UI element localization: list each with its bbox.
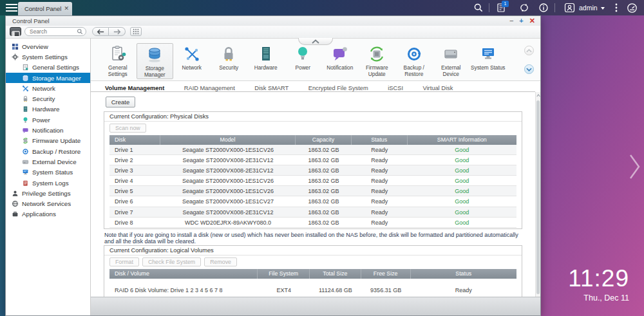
window-titlebar[interactable]: Control Panel – + ✕ xyxy=(6,16,540,26)
ribbon-item-notification[interactable]: Notification xyxy=(321,43,359,79)
user-avatar-icon[interactable] xyxy=(564,3,574,13)
main-menu-icon[interactable] xyxy=(6,4,17,12)
sidebar-item-system-logs[interactable]: System Logs xyxy=(6,178,90,188)
sidebar-toggle-button[interactable] xyxy=(10,27,21,36)
dashboard-icon[interactable] xyxy=(627,3,637,13)
minimize-button[interactable]: – xyxy=(509,17,513,25)
back-button[interactable] xyxy=(92,27,109,36)
window-toolbar xyxy=(6,26,540,38)
ribbon-item-external-device[interactable]: External Device xyxy=(433,43,470,79)
close-button[interactable]: ✕ xyxy=(529,17,535,25)
scrollbar-thumb[interactable] xyxy=(536,100,540,294)
sidebar-item-general-settings[interactable]: General Settings xyxy=(6,62,90,73)
table-row[interactable]: Drive 5 Seagate ST2000VX000-1ES1CV26 186… xyxy=(109,186,516,196)
view-all-grid-icon[interactable] xyxy=(130,27,142,36)
notification-icon xyxy=(22,127,29,134)
table-row[interactable]: Drive 2 Seagate ST2000VX008-2E31CV12 186… xyxy=(109,155,516,165)
table-row[interactable]: RAID 6 Disk Volume: Drive 1 2 3 4 5 6 7 … xyxy=(109,285,516,295)
ribbon-item-general-settings[interactable]: General Settings xyxy=(99,43,137,79)
global-search-icon[interactable] xyxy=(473,3,484,13)
physical-disks-table-header: Disk Model Capacity Status SMART Informa… xyxy=(109,135,516,145)
cell-capacity: 1863.02 GB xyxy=(296,155,352,165)
table-row[interactable]: Drive 4 Seagate ST2000VX000-1ES1CV26 186… xyxy=(109,176,516,186)
sidebar-item-security[interactable]: Security xyxy=(6,93,90,104)
background-tasks-icon[interactable] xyxy=(519,3,529,13)
more-options-icon[interactable] xyxy=(611,3,621,13)
ribbon-item-power[interactable]: Power xyxy=(285,43,322,79)
maximize-button[interactable]: + xyxy=(519,17,523,25)
sidebar-item-label: Notification xyxy=(32,127,63,134)
search-input[interactable] xyxy=(30,28,77,35)
sidebar-item-system-status[interactable]: System Status xyxy=(6,167,90,178)
table-row[interactable]: Drive 8 WDC WD20EJRX-89AKWY080.0 1863.02… xyxy=(109,218,516,228)
tab-disk-smart[interactable]: Disk SMART xyxy=(254,83,289,93)
sidebar-item-network-services[interactable]: Network Services xyxy=(6,198,90,209)
ribbon-item-label: Notification xyxy=(321,65,359,71)
sidebar-item-hardware[interactable]: Hardware xyxy=(6,104,90,115)
ribbon-item-network[interactable]: Network xyxy=(173,43,211,79)
search-field[interactable] xyxy=(24,27,86,36)
sidebar-item-overview[interactable]: Overview xyxy=(6,41,90,51)
sidebar-item-external-device[interactable]: External Device xyxy=(6,156,90,167)
logical-volumes-table-header: Disk / Volume File System Total Size Fre… xyxy=(109,269,516,279)
cell-model: Seagate ST2000VX000-1ES1CV27 xyxy=(160,196,296,206)
cell-status: Ready xyxy=(352,207,408,217)
forward-button[interactable] xyxy=(109,27,126,36)
format-button[interactable]: Format xyxy=(109,257,139,266)
taskbar-tab-control-panel[interactable]: Control Panel ✕ xyxy=(18,2,72,15)
table-row[interactable]: Drive 7 Seagate ST2000VX008-2E31CV12 186… xyxy=(109,207,516,218)
chevron-up-icon xyxy=(526,49,532,53)
sidebar-item-network[interactable]: Network xyxy=(6,83,90,93)
tab-close-icon[interactable]: ✕ xyxy=(64,6,69,12)
check-file-system-button[interactable]: Check File System xyxy=(142,257,201,266)
tab-iscsi[interactable]: iSCSI xyxy=(388,83,403,93)
ribbon-scroll-up-button[interactable] xyxy=(524,46,534,55)
table-row[interactable]: Drive 6 Seagate ST2000VX000-1ES1CV27 186… xyxy=(109,196,516,207)
tab-raid-management[interactable]: RAID Management xyxy=(184,83,235,93)
sidebar-item-label: Storage Manager xyxy=(32,75,81,82)
sidebar-item-label: Network Services xyxy=(22,200,71,207)
tab-encrypted-file-system[interactable]: Encrypted File System xyxy=(308,83,368,93)
ribbon-item-hardware[interactable]: Hardware xyxy=(247,43,285,79)
cell-capacity: 1863.02 GB xyxy=(296,218,352,227)
sidebar-item-applications[interactable]: Applications xyxy=(6,209,90,219)
table-row[interactable]: Drive 1 Seagate ST2000VX000-1ES1CV26 186… xyxy=(109,145,516,155)
cell-capacity: 1863.02 GB xyxy=(296,207,352,217)
sidebar-item-power[interactable]: Power xyxy=(6,115,90,125)
cell-model: Seagate ST2000VX008-2E31CV12 xyxy=(160,207,296,217)
general-settings-icon xyxy=(109,45,127,63)
hardware-icon xyxy=(22,106,29,113)
ribbon-item-backup-restore[interactable]: Backup / Restore xyxy=(395,43,433,79)
cell-total-size: 11124.68 GB xyxy=(310,285,361,295)
ribbon-item-storage-manager[interactable]: Storage Manager xyxy=(137,43,174,79)
info-icon[interactable] xyxy=(538,3,549,13)
sidebar-item-storage-manager[interactable]: Storage Manager xyxy=(6,73,90,83)
ribbon-item-label: Security xyxy=(211,65,248,71)
ribbon-item-label: Network xyxy=(173,65,211,71)
sidebar-item-notification[interactable]: Notification xyxy=(6,125,90,135)
table-row[interactable]: Drive 3 Seagate ST2000VX008-2E31CV12 186… xyxy=(109,165,516,176)
logical-volumes-panel: Current Configuration: Logical Volumes F… xyxy=(104,245,522,302)
column-header-smart: SMART Information xyxy=(408,135,516,145)
user-menu[interactable]: admin xyxy=(579,4,605,12)
ribbon-item-security[interactable]: Security xyxy=(211,43,248,79)
ribbon-item-firmware-update[interactable]: Firmware Update xyxy=(359,43,396,79)
sidebar-item-system-settings[interactable]: System Settings xyxy=(6,51,90,62)
desktop-wallpaper: 11:29 Thu., Dec 11 Control Panel ✕ 1 adm… xyxy=(0,0,644,316)
column-header-status: Status xyxy=(352,135,408,145)
ribbon-scroll-down-button[interactable] xyxy=(524,64,534,74)
remove-button[interactable]: Remove xyxy=(204,257,237,266)
sidebar-item-backup-restore[interactable]: Backup / Restore xyxy=(6,146,90,156)
scan-now-button[interactable]: Scan now xyxy=(109,124,146,133)
scroll-up-arrow-icon xyxy=(536,94,540,97)
desktop-next-page-arrow[interactable] xyxy=(629,153,641,183)
gear-icon xyxy=(12,53,19,60)
sidebar-item-privilege-settings[interactable]: Privilege Settings xyxy=(6,188,90,198)
physical-disks-panel-title: Current Configuration: Physical Disks xyxy=(104,112,522,122)
sidebar-item-firmware-update[interactable]: Firmware Update xyxy=(6,136,90,146)
create-button[interactable]: Create xyxy=(106,97,135,107)
tab-virtual-disk[interactable]: Virtual Disk xyxy=(422,83,453,93)
column-header-file-system: File System xyxy=(258,269,310,279)
ribbon-item-system-status[interactable]: System Status xyxy=(469,43,507,79)
vertical-scrollbar[interactable] xyxy=(535,92,540,297)
